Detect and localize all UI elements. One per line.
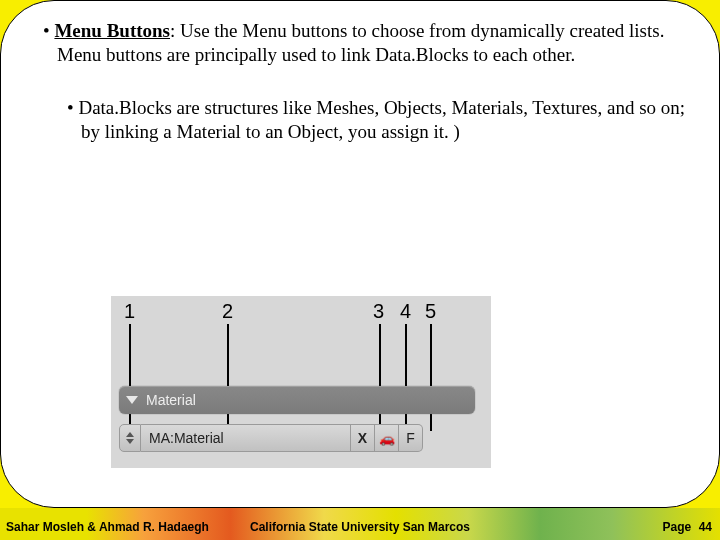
menu-button-header-label: Material	[146, 392, 196, 408]
delete-button[interactable]: X	[351, 424, 375, 452]
x-icon: X	[358, 430, 367, 446]
menu-buttons-label: Menu Buttons	[54, 20, 170, 41]
callout-line-4	[405, 324, 407, 431]
datablock-name-text: MA:Material	[149, 430, 224, 446]
footer-page-number: 44	[699, 520, 712, 534]
datablock-name-field[interactable]: MA:Material	[141, 424, 351, 452]
content-panel: • Menu Buttons: Use the Menu buttons to …	[0, 0, 720, 508]
callout-number-3: 3	[373, 300, 384, 323]
callout-line-5	[430, 324, 432, 431]
datablocks-text: Data.Blocks are structures like Meshes, …	[78, 97, 685, 142]
callout-number-1: 1	[124, 300, 135, 323]
chevron-down-icon	[126, 439, 134, 444]
bullet-datablocks: • Data.Blocks are structures like Meshes…	[67, 96, 691, 145]
updown-stepper[interactable]	[119, 424, 141, 452]
callout-line-1	[129, 324, 131, 431]
chevron-up-icon	[126, 432, 134, 437]
callout-number-4: 4	[400, 300, 411, 323]
footer-university: California State University San Marcos	[250, 520, 470, 534]
auto-button[interactable]: 🚗	[375, 424, 399, 452]
footer-page: Page 44	[663, 520, 712, 534]
footer-page-label: Page	[663, 520, 692, 534]
callout-line-2	[227, 324, 229, 431]
figure-menu-button: 1 2 3 4 5 Material MA:Material	[111, 296, 491, 468]
footer-authors: Sahar Mosleh & Ahmad R. Hadaegh	[6, 520, 209, 534]
car-icon: 🚗	[379, 431, 395, 446]
f-label: F	[406, 430, 415, 446]
bullet-menu-buttons: • Menu Buttons: Use the Menu buttons to …	[43, 19, 691, 68]
dropdown-triangle-icon	[126, 396, 138, 404]
footer: Sahar Mosleh & Ahmad R. Hadaegh Californ…	[0, 508, 720, 540]
callout-number-2: 2	[222, 300, 233, 323]
callout-line-3	[379, 324, 381, 431]
slide: • Menu Buttons: Use the Menu buttons to …	[0, 0, 720, 540]
menu-button-row: MA:Material X 🚗 F	[119, 424, 423, 452]
callout-number-5: 5	[425, 300, 436, 323]
fake-user-button[interactable]: F	[399, 424, 423, 452]
menu-button-header[interactable]: Material	[119, 386, 475, 414]
